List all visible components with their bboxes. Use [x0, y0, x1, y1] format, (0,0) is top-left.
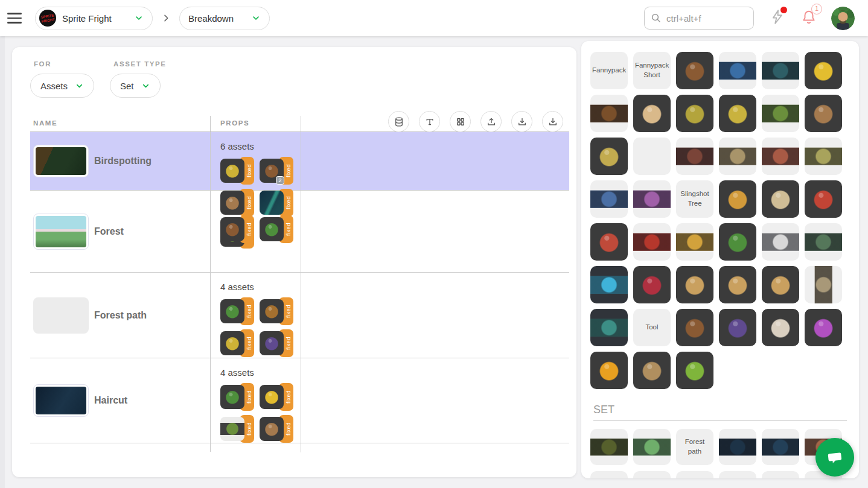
left-edge-strip [0, 36, 5, 488]
asset-tile[interactable] [719, 52, 756, 89]
set-tile[interactable] [719, 429, 756, 465]
asset-chip[interactable]: fixed [260, 329, 293, 357]
page-select[interactable]: Breakdown [179, 7, 270, 30]
set-tile[interactable] [762, 429, 799, 465]
asset-tile[interactable] [590, 95, 628, 132]
thumbnails-button[interactable] [450, 111, 471, 132]
user-avatar[interactable] [831, 7, 855, 30]
asset-tile[interactable]: Fannypack Short [633, 52, 671, 89]
asset-tile[interactable] [762, 180, 799, 218]
asset-tile[interactable] [719, 223, 756, 261]
asset-tile[interactable] [633, 138, 671, 175]
asset-tile[interactable] [590, 138, 628, 175]
asset-tile[interactable] [676, 52, 713, 89]
set-tile[interactable] [676, 471, 713, 478]
quick-action-button[interactable] [770, 9, 785, 27]
asset-chip[interactable]: fixed [220, 189, 254, 217]
chat-button[interactable] [815, 438, 854, 477]
asset-tile[interactable] [676, 95, 713, 132]
asset-chip[interactable]: fixed [260, 215, 293, 243]
set-tile[interactable] [633, 429, 671, 465]
asset-tile[interactable] [805, 138, 842, 175]
table-row[interactable]: Birdspotting 6 assets fixed [30, 132, 569, 191]
asset-tile[interactable] [762, 309, 799, 346]
tile-image [719, 309, 756, 346]
asset-chip[interactable]: fixed [220, 297, 254, 325]
asset-tile[interactable] [590, 352, 628, 389]
asset-tile[interactable] [805, 95, 842, 132]
asset-tile[interactable] [719, 309, 756, 346]
asset-chip[interactable]: fixed [220, 215, 254, 243]
asset-tile[interactable]: Slingshot Tree [676, 180, 713, 218]
asset-tile[interactable] [676, 352, 713, 389]
asset-tile[interactable] [719, 266, 756, 303]
tile-image [590, 276, 628, 294]
asset-tile[interactable]: Fannypack [590, 52, 628, 89]
asset-tile[interactable] [719, 180, 756, 218]
asset-tile[interactable] [676, 138, 713, 175]
project-select[interactable]: SPRITEFRIGHT Sprite Fright [35, 7, 153, 30]
asset-tile[interactable] [590, 180, 628, 218]
asset-tile[interactable] [633, 223, 671, 261]
asset-tile[interactable] [719, 138, 756, 175]
table-row[interactable]: Forest 2 assets fixed [30, 191, 569, 273]
asset-tile[interactable] [676, 266, 713, 303]
asset-type-select[interactable]: Set [110, 74, 161, 98]
upload-button[interactable] [480, 111, 502, 132]
asset-tile[interactable] [590, 309, 628, 346]
asset-chip-list: fixed fixed fixed [220, 383, 299, 443]
asset-tile[interactable] [805, 309, 842, 346]
asset-tile[interactable] [633, 95, 671, 132]
text-view-button[interactable] [419, 111, 440, 132]
notifications-button[interactable]: 1 [801, 9, 817, 27]
asset-tile[interactable]: Tool [633, 309, 671, 346]
set-tile[interactable]: Forest path [676, 429, 713, 465]
asset-chip[interactable]: fixed [220, 329, 254, 357]
asset-tile[interactable] [633, 180, 671, 218]
asset-chip[interactable]: fixed [260, 415, 293, 443]
database-button[interactable] [388, 111, 409, 132]
asset-tile[interactable] [590, 223, 628, 261]
set-tile[interactable] [762, 471, 799, 478]
set-tile[interactable] [590, 429, 628, 465]
asset-tile[interactable] [805, 52, 842, 89]
asset-tile[interactable] [762, 95, 799, 132]
asset-tile[interactable] [762, 138, 799, 175]
asset-tile[interactable] [805, 223, 842, 261]
tile-image [590, 439, 628, 455]
asset-chip[interactable]: fixed [260, 383, 293, 411]
asset-chip[interactable]: fixed 2 [260, 157, 293, 185]
asset-tile[interactable] [676, 309, 713, 346]
set-tile[interactable] [633, 471, 671, 478]
table-row[interactable]: Haircut 4 assets fixed [30, 358, 569, 443]
asset-tile[interactable] [676, 223, 713, 261]
search-input[interactable] [666, 13, 739, 24]
asset-tile[interactable] [633, 352, 671, 389]
table-row[interactable]: Forest path 4 assets fixed [30, 273, 569, 358]
asset-tile[interactable] [762, 223, 799, 261]
asset-thumbnail [260, 417, 284, 441]
asset-tile[interactable] [633, 266, 671, 303]
set-tile[interactable] [590, 471, 628, 478]
search-box[interactable] [644, 7, 754, 30]
menu-icon[interactable] [7, 13, 22, 24]
asset-tile[interactable] [719, 95, 756, 132]
asset-tile[interactable] [805, 180, 842, 218]
asset-chip[interactable]: fixed [220, 383, 254, 411]
asset-chip[interactable]: fixed [220, 415, 254, 443]
set-tile[interactable] [719, 471, 756, 478]
download-alt-button[interactable] [542, 111, 563, 132]
asset-chip[interactable]: fixed [220, 157, 254, 185]
tile-image [805, 233, 842, 251]
tile-image [762, 62, 799, 80]
for-select[interactable]: Assets [30, 74, 94, 98]
asset-tile[interactable] [762, 266, 799, 303]
asset-chip[interactable]: fixed [260, 297, 293, 325]
asset-tile[interactable] [762, 52, 799, 89]
asset-type-value: Set [120, 81, 134, 91]
asset-tile[interactable] [590, 266, 628, 303]
asset-tile[interactable] [805, 266, 842, 303]
download-button[interactable] [511, 111, 532, 132]
tile-label: Slingshot Tree [676, 189, 713, 208]
asset-chip[interactable]: fixed [260, 189, 293, 217]
